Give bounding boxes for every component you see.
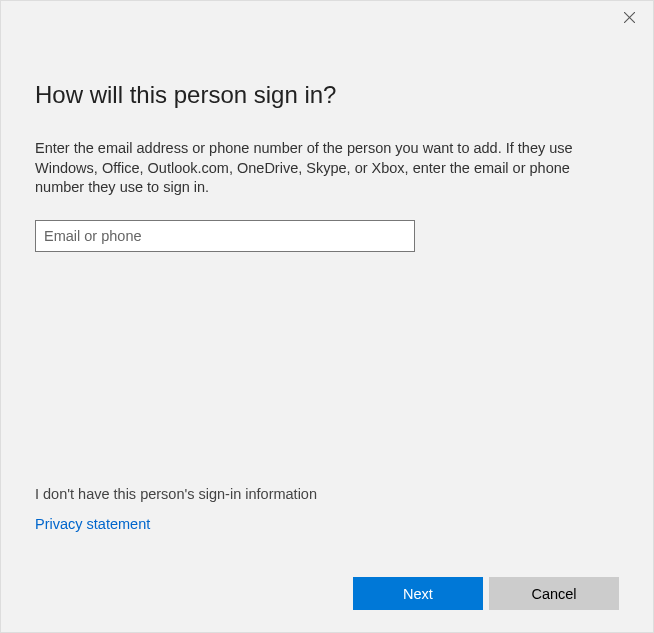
no-signin-info-link[interactable]: I don't have this person's sign-in infor… [35,486,317,502]
email-or-phone-input[interactable] [35,220,415,252]
privacy-statement-link[interactable]: Privacy statement [35,516,317,532]
close-button[interactable] [615,3,643,31]
description-text: Enter the email address or phone number … [35,139,619,198]
links-section: I don't have this person's sign-in infor… [35,486,317,532]
next-button[interactable]: Next [353,577,483,610]
cancel-button[interactable]: Cancel [489,577,619,610]
titlebar [1,1,653,33]
close-icon [624,12,635,23]
page-title: How will this person sign in? [35,81,619,109]
dialog-content: How will this person sign in? Enter the … [1,33,653,252]
footer-buttons: Next Cancel [353,577,619,610]
